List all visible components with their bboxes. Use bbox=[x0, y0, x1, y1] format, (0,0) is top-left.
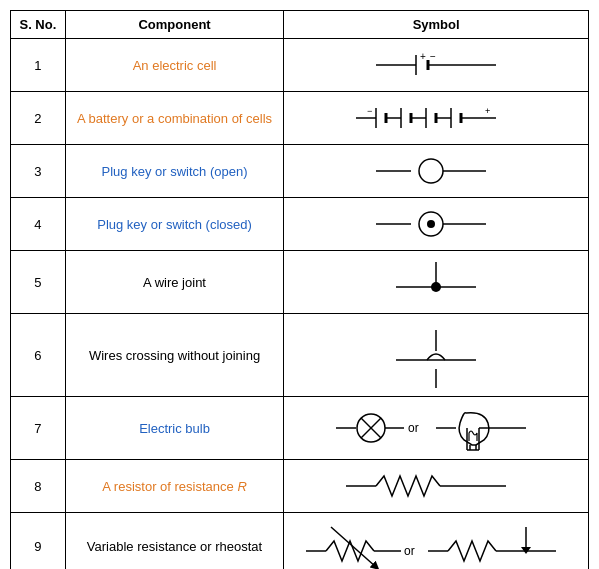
sno-1: 1 bbox=[11, 39, 66, 92]
component-5: A wire joint bbox=[65, 251, 284, 314]
sno-5: 5 bbox=[11, 251, 66, 314]
sno-8: 8 bbox=[11, 460, 66, 513]
symbol-2: − + bbox=[284, 92, 589, 145]
table-row: 9 Variable resistance or rheostat bbox=[11, 513, 589, 570]
symbol-7: or bbox=[284, 397, 589, 460]
header-symbol: Symbol bbox=[284, 11, 589, 39]
sno-3: 3 bbox=[11, 145, 66, 198]
table-row: 6 Wires crossing without joining bbox=[11, 314, 589, 397]
symbol-1: + − bbox=[284, 39, 589, 92]
svg-text:+: + bbox=[485, 106, 490, 116]
sno-9: 9 bbox=[11, 513, 66, 570]
symbol-9: or bbox=[284, 513, 589, 570]
symbol-3 bbox=[284, 145, 589, 198]
table-row: 5 A wire joint bbox=[11, 251, 589, 314]
symbol-8 bbox=[284, 460, 589, 513]
svg-text:−: − bbox=[430, 51, 436, 62]
symbol-4 bbox=[284, 198, 589, 251]
sno-2: 2 bbox=[11, 92, 66, 145]
component-3: Plug key or switch (open) bbox=[65, 145, 284, 198]
component-8: A resistor of resistance R bbox=[65, 460, 284, 513]
component-9: Variable resistance or rheostat bbox=[65, 513, 284, 570]
component-2: A battery or a combination of cells bbox=[65, 92, 284, 145]
svg-text:+: + bbox=[420, 51, 426, 62]
sno-6: 6 bbox=[11, 314, 66, 397]
sno-4: 4 bbox=[11, 198, 66, 251]
table-row: 1 An electric cell + − bbox=[11, 39, 589, 92]
table-row: 2 A battery or a combination of cells bbox=[11, 92, 589, 145]
svg-text:or: or bbox=[408, 421, 419, 435]
table-row: 8 A resistor of resistance R bbox=[11, 460, 589, 513]
component-7: Electric bulb bbox=[65, 397, 284, 460]
sno-7: 7 bbox=[11, 397, 66, 460]
component-4: Plug key or switch (closed) bbox=[65, 198, 284, 251]
component-1: An electric cell bbox=[65, 39, 284, 92]
symbol-6 bbox=[284, 314, 589, 397]
table-row: 3 Plug key or switch (open) bbox=[11, 145, 589, 198]
header-sno: S. No. bbox=[11, 11, 66, 39]
symbol-5 bbox=[284, 251, 589, 314]
svg-text:−: − bbox=[367, 106, 372, 116]
header-component: Component bbox=[65, 11, 284, 39]
svg-line-51 bbox=[331, 527, 376, 567]
svg-point-22 bbox=[419, 159, 443, 183]
symbols-table: S. No. Component Symbol 1 An electric ce… bbox=[10, 10, 589, 569]
svg-point-26 bbox=[427, 220, 435, 228]
svg-text:or: or bbox=[404, 544, 415, 558]
table-row: 4 Plug key or switch (closed) bbox=[11, 198, 589, 251]
svg-point-30 bbox=[431, 282, 441, 292]
component-6: Wires crossing without joining bbox=[65, 314, 284, 397]
table-row: 7 Electric bulb or bbox=[11, 397, 589, 460]
